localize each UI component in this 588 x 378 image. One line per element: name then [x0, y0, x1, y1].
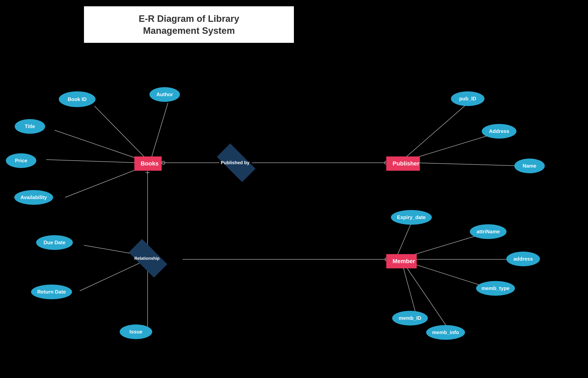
svg-line-4 [65, 168, 140, 197]
memb-id-oval: memb_ID [392, 311, 428, 325]
svg-line-10 [411, 133, 496, 159]
svg-line-21 [414, 235, 480, 255]
price-oval: Price [6, 153, 36, 168]
svg-point-6 [162, 161, 165, 164]
books-entity: Books [134, 156, 162, 171]
svg-line-20 [398, 223, 411, 254]
svg-line-3 [46, 160, 138, 163]
book-id-oval: Book ID [59, 91, 95, 107]
published-by-label: Published by [218, 153, 252, 172]
diagram-title: E-R Diagram of Library Management System [97, 13, 281, 37]
member-entity: Member [386, 254, 417, 268]
published-by-diamond-wrapper: Published by [218, 153, 252, 172]
svg-line-1 [151, 103, 168, 159]
svg-line-9 [403, 103, 468, 160]
memb-type-oval: memb_type [476, 281, 515, 296]
svg-line-0 [94, 106, 148, 161]
issue-oval: Issue [120, 324, 152, 339]
relationship-label: Relationship [130, 249, 164, 268]
relationship-diamond-wrapper: Relationship [130, 249, 164, 268]
attriname-oval: attriName [470, 224, 507, 239]
address-mem-oval: address [506, 252, 540, 266]
pub-id-oval: pub_ID [451, 91, 484, 106]
due-date-oval: Due Date [36, 235, 73, 250]
svg-line-24 [403, 267, 416, 313]
title-box: E-R Diagram of Library Management System [84, 6, 294, 43]
expiry-date-oval: Expiry_date [391, 210, 432, 225]
availability-oval: Availability [14, 190, 53, 205]
svg-line-23 [416, 265, 485, 287]
address-pub-oval: Address [482, 124, 516, 139]
svg-line-11 [415, 163, 523, 166]
return-date-oval: Return Date [31, 284, 72, 299]
name-oval: Name [514, 159, 545, 173]
svg-line-2 [54, 130, 140, 160]
author-oval: Author [149, 87, 180, 102]
publisher-entity: Publisher [386, 156, 420, 171]
title-oval: Title [15, 119, 45, 134]
memb-info-oval: memb_info [426, 325, 465, 340]
